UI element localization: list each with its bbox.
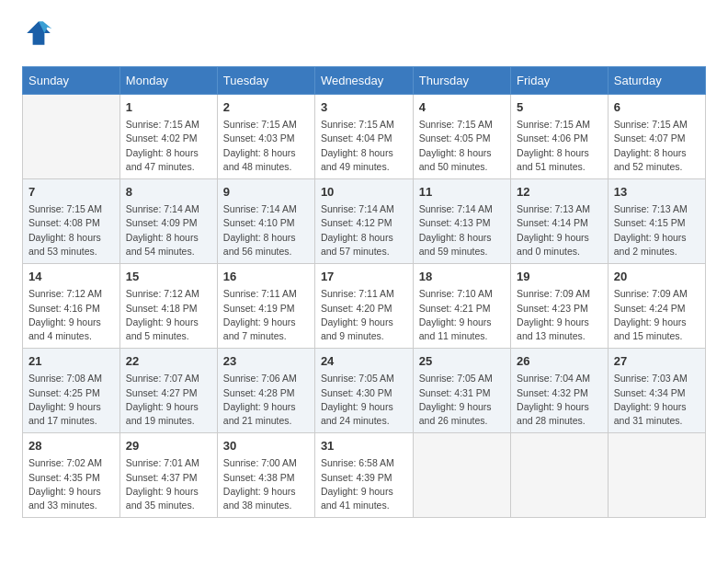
calendar-week-row: 1Sunrise: 7:15 AMSunset: 4:02 PMDaylight… — [23, 95, 706, 179]
calendar-cell: 2Sunrise: 7:15 AMSunset: 4:03 PMDaylight… — [217, 95, 314, 179]
calendar-cell — [23, 95, 120, 179]
day-info: Sunrise: 7:07 AMSunset: 4:27 PMDaylight:… — [126, 372, 211, 428]
day-info: Sunrise: 7:05 AMSunset: 4:31 PMDaylight:… — [419, 372, 505, 428]
day-info: Sunrise: 7:11 AMSunset: 4:19 PMDaylight:… — [223, 287, 309, 343]
day-number: 22 — [126, 353, 211, 370]
weekday-header-row: SundayMondayTuesdayWednesdayThursdayFrid… — [23, 67, 706, 95]
calendar-cell: 6Sunrise: 7:15 AMSunset: 4:07 PMDaylight… — [608, 95, 705, 179]
calendar-cell: 14Sunrise: 7:12 AMSunset: 4:16 PMDayligh… — [23, 264, 120, 349]
calendar-cell: 16Sunrise: 7:11 AMSunset: 4:19 PMDayligh… — [217, 264, 314, 349]
weekday-header-sunday: Sunday — [23, 67, 120, 95]
header — [22, 18, 706, 52]
calendar-cell: 31Sunrise: 6:58 AMSunset: 4:39 PMDayligh… — [314, 433, 413, 518]
day-number: 13 — [614, 184, 700, 201]
day-number: 15 — [126, 269, 211, 285]
calendar-cell: 23Sunrise: 7:06 AMSunset: 4:28 PMDayligh… — [217, 349, 314, 433]
calendar-cell — [511, 433, 609, 518]
day-number: 26 — [517, 353, 602, 370]
calendar-cell: 18Sunrise: 7:10 AMSunset: 4:21 PMDayligh… — [413, 264, 510, 349]
day-info: Sunrise: 7:15 AMSunset: 4:05 PMDaylight:… — [419, 118, 505, 174]
day-info: Sunrise: 7:04 AMSunset: 4:32 PMDaylight:… — [517, 372, 602, 428]
day-info: Sunrise: 7:09 AMSunset: 4:23 PMDaylight:… — [517, 287, 602, 343]
calendar-cell: 30Sunrise: 7:00 AMSunset: 4:38 PMDayligh… — [217, 433, 314, 518]
day-info: Sunrise: 7:00 AMSunset: 4:38 PMDaylight:… — [223, 456, 309, 512]
day-number: 1 — [126, 99, 211, 116]
day-info: Sunrise: 7:10 AMSunset: 4:21 PMDaylight:… — [419, 287, 505, 343]
calendar-cell — [608, 433, 705, 518]
calendar-cell: 12Sunrise: 7:13 AMSunset: 4:14 PMDayligh… — [511, 179, 609, 264]
day-info: Sunrise: 7:15 AMSunset: 4:03 PMDaylight:… — [223, 118, 309, 174]
day-number: 17 — [321, 269, 407, 285]
day-info: Sunrise: 7:15 AMSunset: 4:04 PMDaylight:… — [321, 118, 407, 174]
day-number: 4 — [419, 99, 505, 116]
calendar-cell: 20Sunrise: 7:09 AMSunset: 4:24 PMDayligh… — [608, 264, 705, 349]
day-info: Sunrise: 7:09 AMSunset: 4:24 PMDaylight:… — [614, 287, 700, 343]
calendar-cell: 24Sunrise: 7:05 AMSunset: 4:30 PMDayligh… — [314, 349, 413, 433]
calendar-cell: 22Sunrise: 7:07 AMSunset: 4:27 PMDayligh… — [119, 349, 217, 433]
day-number: 18 — [419, 269, 505, 285]
day-number: 23 — [223, 353, 309, 370]
day-number: 14 — [28, 269, 114, 285]
calendar-cell: 29Sunrise: 7:01 AMSunset: 4:37 PMDayligh… — [119, 433, 217, 518]
calendar-cell: 8Sunrise: 7:14 AMSunset: 4:09 PMDaylight… — [119, 179, 217, 264]
day-info: Sunrise: 7:13 AMSunset: 4:15 PMDaylight:… — [614, 202, 700, 259]
day-info: Sunrise: 7:14 AMSunset: 4:10 PMDaylight:… — [223, 202, 309, 259]
calendar-week-row: 7Sunrise: 7:15 AMSunset: 4:08 PMDaylight… — [23, 179, 706, 264]
weekday-header-thursday: Thursday — [413, 67, 510, 95]
calendar-cell: 1Sunrise: 7:15 AMSunset: 4:02 PMDaylight… — [119, 95, 217, 179]
calendar-cell: 11Sunrise: 7:14 AMSunset: 4:13 PMDayligh… — [413, 179, 510, 264]
day-number: 28 — [28, 438, 114, 454]
calendar-cell: 19Sunrise: 7:09 AMSunset: 4:23 PMDayligh… — [511, 264, 609, 349]
day-number: 31 — [321, 438, 407, 454]
day-number: 19 — [517, 269, 602, 285]
calendar-cell: 10Sunrise: 7:14 AMSunset: 4:12 PMDayligh… — [314, 179, 413, 264]
weekday-header-saturday: Saturday — [608, 67, 705, 95]
calendar-cell: 25Sunrise: 7:05 AMSunset: 4:31 PMDayligh… — [413, 349, 510, 433]
calendar-cell: 5Sunrise: 7:15 AMSunset: 4:06 PMDaylight… — [511, 95, 609, 179]
day-info: Sunrise: 7:13 AMSunset: 4:14 PMDaylight:… — [517, 202, 602, 259]
day-info: Sunrise: 7:08 AMSunset: 4:25 PMDaylight:… — [28, 372, 114, 428]
day-number: 29 — [126, 438, 211, 454]
day-info: Sunrise: 7:05 AMSunset: 4:30 PMDaylight:… — [321, 372, 407, 428]
weekday-header-tuesday: Tuesday — [217, 67, 314, 95]
calendar-cell: 26Sunrise: 7:04 AMSunset: 4:32 PMDayligh… — [511, 349, 609, 433]
calendar-cell: 9Sunrise: 7:14 AMSunset: 4:10 PMDaylight… — [217, 179, 314, 264]
day-number: 5 — [517, 99, 602, 116]
calendar-cell: 3Sunrise: 7:15 AMSunset: 4:04 PMDaylight… — [314, 95, 413, 179]
day-number: 11 — [419, 184, 505, 201]
calendar-cell: 13Sunrise: 7:13 AMSunset: 4:15 PMDayligh… — [608, 179, 705, 264]
day-info: Sunrise: 7:15 AMSunset: 4:08 PMDaylight:… — [28, 202, 114, 259]
day-number: 6 — [614, 99, 700, 116]
calendar-cell: 4Sunrise: 7:15 AMSunset: 4:05 PMDaylight… — [413, 95, 510, 179]
day-info: Sunrise: 7:15 AMSunset: 4:02 PMDaylight:… — [126, 118, 211, 174]
day-info: Sunrise: 7:14 AMSunset: 4:13 PMDaylight:… — [419, 202, 505, 259]
calendar-week-row: 14Sunrise: 7:12 AMSunset: 4:16 PMDayligh… — [23, 264, 706, 349]
day-info: Sunrise: 7:14 AMSunset: 4:09 PMDaylight:… — [126, 202, 211, 259]
weekday-header-monday: Monday — [119, 67, 217, 95]
day-number: 16 — [223, 269, 309, 285]
day-info: Sunrise: 7:06 AMSunset: 4:28 PMDaylight:… — [223, 372, 309, 428]
calendar-cell: 17Sunrise: 7:11 AMSunset: 4:20 PMDayligh… — [314, 264, 413, 349]
calendar-cell: 21Sunrise: 7:08 AMSunset: 4:25 PMDayligh… — [23, 349, 120, 433]
day-info: Sunrise: 7:02 AMSunset: 4:35 PMDaylight:… — [28, 456, 114, 512]
day-info: Sunrise: 7:15 AMSunset: 4:07 PMDaylight:… — [614, 118, 700, 174]
logo-icon — [24, 18, 53, 48]
day-number: 24 — [321, 353, 407, 370]
calendar-table: SundayMondayTuesdayWednesdayThursdayFrid… — [22, 66, 706, 518]
day-number: 8 — [126, 184, 211, 201]
calendar-week-row: 21Sunrise: 7:08 AMSunset: 4:25 PMDayligh… — [23, 349, 706, 433]
calendar-cell: 28Sunrise: 7:02 AMSunset: 4:35 PMDayligh… — [23, 433, 120, 518]
day-info: Sunrise: 7:03 AMSunset: 4:34 PMDaylight:… — [614, 372, 700, 428]
weekday-header-friday: Friday — [511, 67, 609, 95]
calendar-cell — [413, 433, 510, 518]
calendar-cell: 27Sunrise: 7:03 AMSunset: 4:34 PMDayligh… — [608, 349, 705, 433]
day-info: Sunrise: 7:12 AMSunset: 4:18 PMDaylight:… — [126, 287, 211, 343]
day-info: Sunrise: 7:15 AMSunset: 4:06 PMDaylight:… — [517, 118, 602, 174]
calendar-week-row: 28Sunrise: 7:02 AMSunset: 4:35 PMDayligh… — [23, 433, 706, 518]
day-number: 3 — [321, 99, 407, 116]
day-info: Sunrise: 7:14 AMSunset: 4:12 PMDaylight:… — [321, 202, 407, 259]
day-number: 27 — [614, 353, 700, 370]
day-info: Sunrise: 7:12 AMSunset: 4:16 PMDaylight:… — [28, 287, 114, 343]
day-number: 7 — [28, 184, 114, 201]
day-number: 9 — [223, 184, 309, 201]
